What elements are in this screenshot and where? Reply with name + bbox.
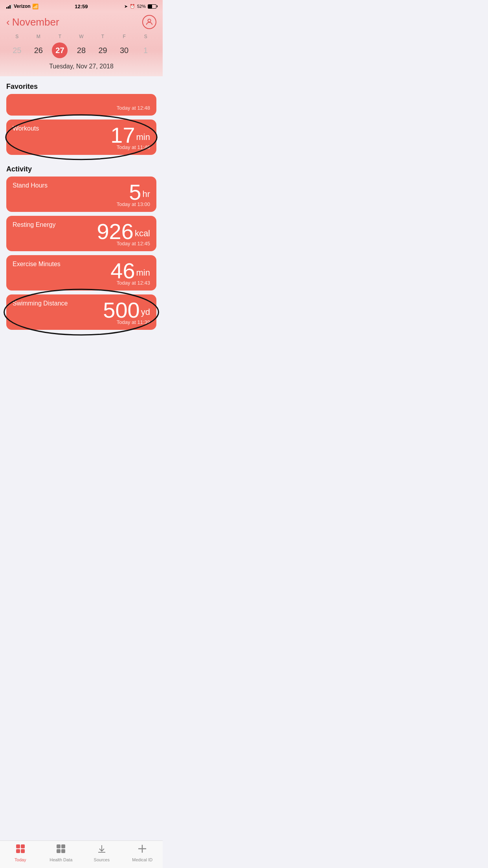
battery-icon bbox=[148, 4, 156, 9]
exercise-minutes-card[interactable]: Exercise Minutes 46 min Today at 12:43 bbox=[6, 255, 156, 291]
nav-row: ‹ November bbox=[6, 12, 156, 32]
calendar-header: ‹ November S M T W T F S 25 26 27 28 29 … bbox=[0, 12, 163, 76]
stand-hours-timestamp: Today at 13:00 bbox=[117, 201, 150, 207]
workouts-value: 17 bbox=[110, 124, 135, 146]
date-30[interactable]: 30 bbox=[116, 42, 132, 58]
alarm-icon: ⏰ bbox=[130, 4, 135, 9]
swimming-distance-unit: yd bbox=[141, 307, 150, 317]
dow-f: F bbox=[116, 34, 132, 39]
swimming-distance-wrapper: Swimming Distance 500 yd Today at 11:39 bbox=[6, 294, 156, 330]
workouts-card-wrapper: Workouts 17 min Today at 11:40 bbox=[6, 120, 156, 155]
month-label: November bbox=[12, 16, 59, 28]
chevron-left-icon: ‹ bbox=[6, 16, 10, 28]
dow-t1: T bbox=[52, 34, 68, 39]
stand-hours-card[interactable]: Stand Hours 5 hr Today at 13:00 bbox=[6, 177, 156, 212]
status-bar: Verizon 📶 12:59 ➤ ⏰ 52% bbox=[0, 0, 163, 12]
status-left: Verizon 📶 bbox=[6, 4, 39, 9]
wifi-icon: 📶 bbox=[32, 4, 39, 9]
status-right: ➤ ⏰ 52% bbox=[124, 4, 156, 9]
workouts-card[interactable]: Workouts 17 min Today at 11:40 bbox=[6, 120, 156, 155]
exercise-minutes-unit: min bbox=[136, 268, 150, 278]
date-29[interactable]: 29 bbox=[95, 42, 111, 58]
resting-energy-value: 926 bbox=[97, 221, 133, 243]
swimming-distance-value: 500 bbox=[103, 299, 139, 321]
dow-t2: T bbox=[95, 34, 111, 39]
swimming-distance-timestamp: Today at 11:39 bbox=[117, 319, 150, 325]
resting-energy-unit: kcal bbox=[135, 228, 150, 239]
exercise-minutes-value-row: 46 min bbox=[110, 260, 150, 282]
date-1[interactable]: 1 bbox=[138, 42, 154, 58]
exercise-minutes-timestamp: Today at 12:43 bbox=[117, 280, 150, 286]
date-28[interactable]: 28 bbox=[73, 42, 89, 58]
dow-s1: S bbox=[9, 34, 25, 39]
exercise-minutes-value: 46 bbox=[110, 260, 135, 282]
day-of-week-row: S M T W T F S bbox=[6, 32, 156, 41]
date-26[interactable]: 26 bbox=[31, 42, 46, 58]
full-date-label: Tuesday, Nov 27, 2018 bbox=[6, 60, 156, 72]
favorites-section-header: Favorites bbox=[0, 76, 163, 94]
workouts-value-row: 17 min bbox=[110, 124, 150, 146]
workouts-timestamp: Today at 11:40 bbox=[117, 144, 150, 150]
resting-energy-timestamp: Today at 12:45 bbox=[117, 241, 150, 246]
svg-point-0 bbox=[148, 19, 150, 22]
battery-percent: 52% bbox=[137, 4, 146, 9]
dow-m: M bbox=[31, 34, 46, 39]
date-27[interactable]: 27 bbox=[52, 42, 68, 58]
workouts-unit: min bbox=[136, 132, 150, 142]
back-button[interactable]: ‹ November bbox=[6, 16, 59, 28]
carrier-label: Verizon bbox=[14, 4, 31, 9]
swimming-distance-card[interactable]: Swimming Distance 500 yd Today at 11:39 bbox=[6, 294, 156, 330]
stand-hours-value: 5 bbox=[129, 181, 141, 203]
activity-section-header: Activity bbox=[0, 159, 163, 177]
resting-energy-value-row: 926 kcal bbox=[97, 221, 150, 243]
content-area: Favorites Today at 12:48 Workouts 17 min… bbox=[0, 76, 163, 365]
stand-hours-unit: hr bbox=[142, 189, 150, 199]
profile-button[interactable] bbox=[142, 15, 156, 29]
signal-icon bbox=[6, 4, 12, 9]
partial-timestamp: Today at 12:48 bbox=[117, 105, 150, 111]
date-25[interactable]: 25 bbox=[9, 42, 25, 58]
resting-energy-card[interactable]: Resting Energy 926 kcal Today at 12:45 bbox=[6, 216, 156, 251]
time-label: 12:59 bbox=[75, 4, 88, 9]
swimming-distance-value-row: 500 yd bbox=[103, 299, 150, 321]
dow-s2: S bbox=[138, 34, 154, 39]
exercise-minutes-wrapper: Exercise Minutes 46 min Today at 12:43 bbox=[6, 255, 156, 291]
date-row: 25 26 27 28 29 30 1 bbox=[6, 41, 156, 60]
location-icon: ➤ bbox=[124, 4, 128, 9]
dow-w: W bbox=[73, 34, 89, 39]
stand-hours-value-row: 5 hr bbox=[129, 181, 150, 203]
partial-top-card[interactable]: Today at 12:48 bbox=[6, 94, 156, 116]
